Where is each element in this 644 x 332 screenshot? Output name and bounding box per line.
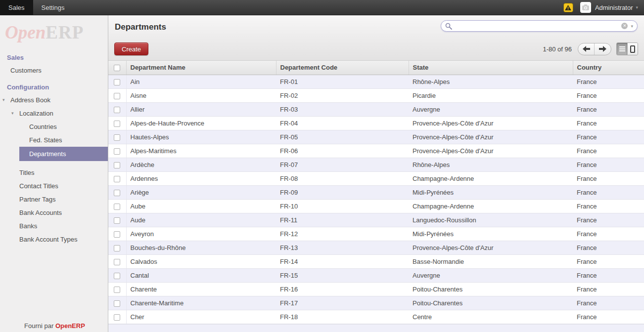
- row-checkbox[interactable]: [114, 245, 120, 251]
- row-checkbox[interactable]: [114, 148, 120, 155]
- cell-state: Poitou-Charentes: [409, 282, 573, 296]
- table-row[interactable]: Ariège FR-09 Midi-Pyrénées France: [108, 185, 644, 199]
- topbar-menu-item[interactable]: Sales: [0, 0, 33, 15]
- row-checkbox[interactable]: [114, 134, 120, 141]
- create-button[interactable]: Create: [114, 42, 148, 55]
- next-page-button[interactable]: [595, 43, 611, 55]
- column-header-state[interactable]: State: [409, 61, 573, 75]
- table-row[interactable]: Hautes-Alpes FR-05 Provence-Alpes-Côte d…: [108, 130, 644, 144]
- sidebar-item[interactable]: ▾ Fed. States: [19, 133, 108, 147]
- kanban-view-button[interactable]: [627, 43, 638, 55]
- topbar-menus: Sales Settings: [0, 0, 73, 15]
- table-row[interactable]: Cantal FR-15 Auvergne France: [108, 268, 644, 282]
- row-checkbox[interactable]: [114, 259, 120, 265]
- row-checkbox-cell: [108, 213, 126, 227]
- search-input[interactable]: [455, 22, 621, 30]
- topbar-right: Administrator ▾: [563, 0, 644, 15]
- cell-state: Languedoc-Roussillon: [409, 213, 573, 227]
- list-view-button[interactable]: [617, 43, 627, 55]
- topbar-menu-item[interactable]: Settings: [33, 0, 73, 15]
- sidebar-section-title[interactable]: Sales: [0, 51, 108, 64]
- search-options-caret-icon[interactable]: ▾: [631, 24, 633, 29]
- cell-country: France: [573, 282, 644, 296]
- table-row[interactable]: Cher FR-18 Centre France: [108, 310, 644, 324]
- table-row[interactable]: Aisne FR-02 Picardie France: [108, 88, 644, 102]
- table-row[interactable]: Ain FR-01 Rhône-Alpes France: [108, 75, 644, 88]
- sidebar-section-title[interactable]: Configuration: [0, 81, 108, 93]
- select-all-checkbox[interactable]: [114, 65, 120, 71]
- row-checkbox[interactable]: [114, 204, 120, 210]
- cell-country: France: [573, 199, 644, 213]
- cell-department-name: Cher: [126, 310, 276, 324]
- sidebar-item[interactable]: ▾ Localization: [9, 107, 108, 120]
- row-checkbox-cell: [108, 185, 126, 199]
- cell-departement-code: FR-09: [276, 185, 409, 199]
- sidebar-item[interactable]: ▾ Bank Accounts: [9, 206, 108, 219]
- row-checkbox[interactable]: [114, 287, 120, 293]
- row-checkbox[interactable]: [114, 314, 120, 321]
- view-switcher: [616, 42, 638, 55]
- sidebar-item[interactable]: ▾ Partner Tags: [9, 193, 108, 206]
- row-checkbox[interactable]: [114, 79, 120, 85]
- search-box[interactable]: ✕ ▾: [441, 20, 638, 32]
- clear-search-icon[interactable]: ✕: [621, 23, 628, 29]
- sidebar-item[interactable]: ▾ Contact Titles: [9, 179, 108, 193]
- table-row[interactable]: Aude FR-11 Languedoc-Roussillon France: [108, 213, 644, 227]
- sidebar-item[interactable]: ▾ Titles: [9, 166, 108, 179]
- cell-country: France: [573, 88, 644, 102]
- row-checkbox[interactable]: [114, 190, 120, 196]
- row-checkbox-cell: [108, 102, 126, 116]
- cell-state: Rhône-Alpes: [409, 75, 573, 88]
- sidebar-item[interactable]: ▾ Departments: [19, 147, 108, 161]
- table-row[interactable]: Allier FR-03 Auvergne France: [108, 102, 644, 116]
- row-checkbox[interactable]: [114, 93, 120, 99]
- sidebar-item[interactable]: ▾ Address Book: [0, 93, 108, 107]
- cell-country: France: [573, 171, 644, 185]
- column-header-department-name[interactable]: Department Name: [126, 61, 276, 75]
- sidebar-item[interactable]: ▾ Banks: [9, 219, 108, 233]
- logo-open-text: Open: [5, 22, 46, 42]
- warning-icon[interactable]: [563, 3, 573, 12]
- table-row[interactable]: Alpes-Maritimes FR-06 Provence-Alpes-Côt…: [108, 144, 644, 158]
- table-row[interactable]: Bouches-du-Rhône FR-13 Provence-Alpes-Cô…: [108, 241, 644, 254]
- row-checkbox[interactable]: [114, 162, 120, 168]
- arrow-right-icon: [599, 46, 606, 52]
- cell-departement-code: FR-02: [276, 88, 409, 102]
- sidebar-item-label: Contact Titles: [19, 182, 58, 190]
- sidebar-item[interactable]: ▾ Bank Account Types: [9, 233, 108, 246]
- table-row[interactable]: Aveyron FR-12 Midi-Pyrénées France: [108, 227, 644, 241]
- sidebar-section-sales: Sales ▾ Customers: [0, 51, 108, 77]
- table-row[interactable]: Ardennes FR-08 Champagne-Ardenne France: [108, 171, 644, 185]
- column-header-departement-code[interactable]: Departement Code: [276, 61, 409, 75]
- table-row[interactable]: Calvados FR-14 Basse-Normandie France: [108, 254, 644, 268]
- table-row[interactable]: Aube FR-10 Champagne-Ardenne France: [108, 199, 644, 213]
- table-row[interactable]: Charente-Maritime FR-17 Poitou-Charentes…: [108, 296, 644, 310]
- cell-department-name: Aisne: [126, 88, 276, 102]
- table-row[interactable]: Alpes-de-Haute-Provence FR-04 Provence-A…: [108, 116, 644, 130]
- openerp-brand-link[interactable]: OpenERP: [55, 322, 85, 330]
- row-checkbox[interactable]: [114, 176, 120, 182]
- row-checkbox[interactable]: [114, 107, 120, 113]
- table-row[interactable]: Ardèche FR-07 Rhône-Alpes France: [108, 158, 644, 171]
- avatar[interactable]: [580, 2, 591, 13]
- user-menu[interactable]: Administrator: [595, 4, 633, 11]
- row-checkbox[interactable]: [114, 273, 120, 279]
- row-checkbox[interactable]: [114, 217, 120, 224]
- collapse-arrow-icon: ▾: [2, 93, 5, 107]
- sidebar-item[interactable]: ▾ Countries: [19, 120, 108, 133]
- cell-state: Provence-Alpes-Côte d'Azur: [409, 241, 573, 254]
- chevron-down-icon[interactable]: ▾: [636, 5, 638, 10]
- column-header-country[interactable]: Country: [573, 61, 644, 75]
- row-checkbox[interactable]: [114, 121, 120, 127]
- table-row[interactable]: Charente FR-16 Poitou-Charentes France: [108, 282, 644, 296]
- cell-departement-code: FR-15: [276, 268, 409, 282]
- sidebar-item-label: Banks: [19, 222, 37, 230]
- prev-page-button[interactable]: [578, 43, 595, 55]
- cell-department-name: Alpes-de-Haute-Provence: [126, 116, 276, 130]
- row-checkbox[interactable]: [114, 231, 120, 238]
- sidebar-item[interactable]: ▾ Customers: [0, 64, 108, 77]
- cell-department-name: Charente: [126, 282, 276, 296]
- content-header: Departments ✕ ▾ Create 1-80 of 96: [108, 15, 644, 61]
- cell-departement-code: FR-16: [276, 282, 409, 296]
- row-checkbox[interactable]: [114, 300, 120, 307]
